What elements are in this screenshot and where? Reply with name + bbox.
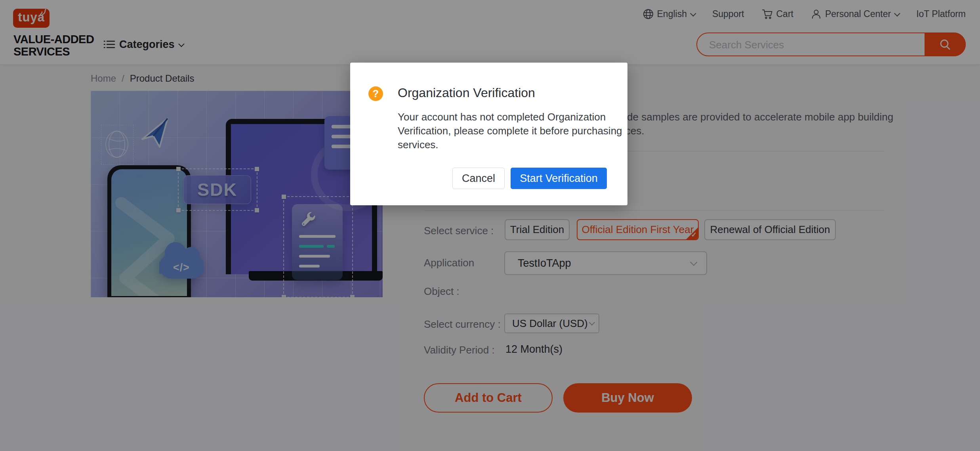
question-circle-icon: ? [368,86,383,101]
modal-body-text: Your account has not completed Organizat… [398,110,627,152]
cancel-button[interactable]: Cancel [452,168,505,189]
modal-title: Organization Verification [398,86,535,100]
page: tuya VALUE-ADDED SERVICES Categories [0,0,980,451]
organization-verification-modal: ? Organization Verification Your account… [350,63,627,205]
start-verification-button[interactable]: Start Verification [511,168,607,189]
